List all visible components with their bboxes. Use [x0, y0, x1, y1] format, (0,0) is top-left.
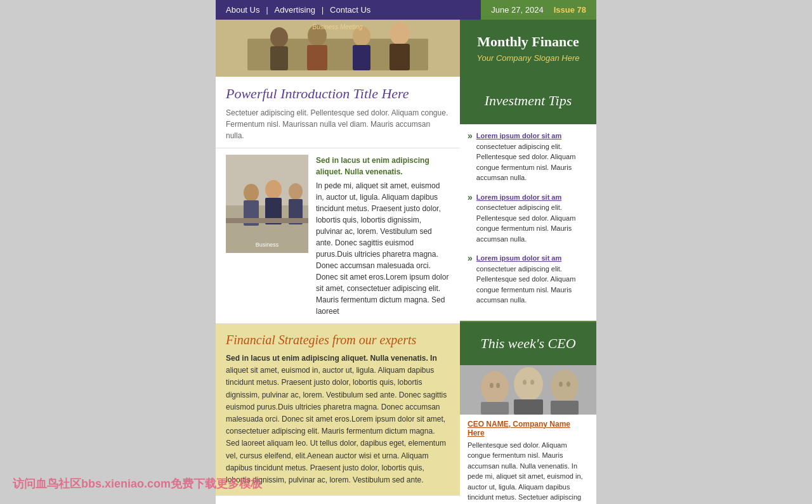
tip-arrow-3: » [468, 253, 473, 263]
tip-link-3[interactable]: Lorem ipsum dolor sit am [476, 254, 561, 262]
svg-point-33 [481, 371, 509, 404]
svg-point-16 [265, 180, 282, 199]
financial-title: Financial Strategies from our experts [226, 333, 450, 347]
svg-rect-7 [353, 45, 370, 70]
tip-arrow-1: » [468, 131, 473, 141]
left-column: Business Meeting Powerful Introduction T… [216, 20, 460, 504]
ceo-banner: This week's CEO [460, 322, 596, 365]
investment-tips-title: Investment Tips [485, 93, 572, 109]
intro-title: Powerful Introduction Title Here [226, 86, 450, 102]
headlines-section: Latest Company Headlines here Tetuer adi… [216, 496, 460, 504]
svg-rect-3 [270, 46, 288, 70]
article-section: Business Sed in lacus ut enim adipiscing… [216, 148, 460, 324]
svg-rect-9 [390, 44, 410, 70]
tip-text-3: Lorem ipsum dolor sit am consectetuer ad… [476, 253, 589, 306]
tip-arrow-2: » [468, 192, 473, 202]
svg-point-14 [244, 184, 259, 202]
tip-body-3: consectetuer adipiscing elit. Pellentesq… [476, 265, 576, 304]
tip-link-1[interactable]: Lorem ipsum dolor sit am [476, 132, 561, 139]
main-layout: Business Meeting Powerful Introduction T… [216, 20, 596, 504]
advertising-link[interactable]: Advertising [275, 5, 315, 15]
svg-text:Business: Business [256, 242, 279, 248]
monthly-finance-slogan: Your Company Slogan Here [477, 53, 580, 63]
tip-body-2: consectetuer adipiscing elit. Pellentesq… [476, 204, 576, 243]
investment-tips-banner: Investment Tips [460, 77, 596, 124]
svg-rect-36 [514, 399, 543, 415]
svg-rect-34 [481, 402, 509, 415]
svg-text:Business Meeting: Business Meeting [313, 23, 363, 30]
svg-point-44 [566, 382, 570, 387]
article-image: Business [226, 155, 308, 253]
tip-text-1: Lorem ipsum dolor sit am consectetuer ad… [476, 131, 589, 183]
investment-tips-list: » Lorem ipsum dolor sit am consectetuer … [460, 124, 596, 322]
ceo-name[interactable]: CEO NAME, Company Name Here [468, 420, 589, 437]
svg-rect-20 [226, 218, 308, 223]
svg-point-2 [270, 27, 288, 48]
svg-point-35 [514, 367, 543, 401]
issue-bar: June 27, 2024 Issue 78 [481, 0, 596, 20]
tip-body-1: consectetuer adipiscing elit. Pellentesq… [476, 143, 576, 182]
svg-point-43 [559, 382, 563, 387]
svg-point-41 [523, 380, 527, 385]
financial-body: Sed in lacus ut enim adipiscing aliquet.… [226, 352, 450, 486]
nav-sep-1: | [266, 6, 268, 15]
tip-item-1: » Lorem ipsum dolor sit am consectetuer … [468, 131, 589, 183]
intro-section: Powerful Introduction Title Here Sectetu… [216, 77, 460, 148]
financial-text: aliquet sit amet, euismod in, auctor ut,… [226, 366, 447, 484]
svg-point-42 [530, 380, 534, 385]
intro-text: Sectetuer adipiscing elit. Pellentesque … [226, 107, 450, 141]
article-lead: Sed in lacus ut enim adipiscing aliquet.… [316, 155, 450, 178]
ceo-info: CEO NAME, Company Name Here Pellentesque… [460, 415, 596, 505]
svg-rect-5 [307, 45, 327, 70]
financial-section: Financial Strategies from our experts Se… [216, 324, 460, 496]
monthly-finance-banner: Monthly Finance Your Company Slogan Here [460, 20, 596, 77]
svg-point-37 [551, 370, 579, 403]
tip-text-2: Lorem ipsum dolor sit am consectetuer ad… [476, 192, 589, 245]
svg-point-39 [490, 383, 494, 388]
tip-item-3: » Lorem ipsum dolor sit am consectetuer … [468, 253, 589, 306]
article-body: In pede mi, aliquet sit amet, euismod in… [316, 181, 449, 316]
financial-lead: Sed in lacus ut enim adipiscing aliquet.… [226, 354, 437, 363]
tip-link-2[interactable]: Lorem ipsum dolor sit am [476, 193, 561, 201]
svg-point-18 [289, 183, 303, 200]
tip-item-2: » Lorem ipsum dolor sit am consectetuer … [468, 192, 589, 245]
contact-link[interactable]: Contact Us [330, 5, 370, 15]
ceo-banner-title: This week's CEO [480, 335, 575, 352]
right-column: Monthly Finance Your Company Slogan Here… [460, 20, 596, 504]
navbar: About Us | Advertising | Contact Us [216, 0, 481, 20]
nav-sep-2: | [322, 6, 324, 15]
issue-date: June 27, 2024 [491, 5, 543, 15]
svg-point-8 [390, 22, 410, 45]
hero-image: Business Meeting [216, 20, 460, 77]
svg-point-40 [496, 383, 500, 388]
ceo-image [460, 365, 596, 415]
issue-number: Issue 78 [554, 5, 586, 15]
monthly-finance-title: Monthly Finance [477, 34, 579, 50]
ceo-text: Pellentesque sed dolor. Aliquam congue f… [468, 440, 589, 505]
svg-rect-38 [551, 401, 579, 415]
article-text: Sed in lacus ut enim adipiscing aliquet.… [316, 155, 450, 317]
about-link[interactable]: About Us [226, 5, 259, 15]
